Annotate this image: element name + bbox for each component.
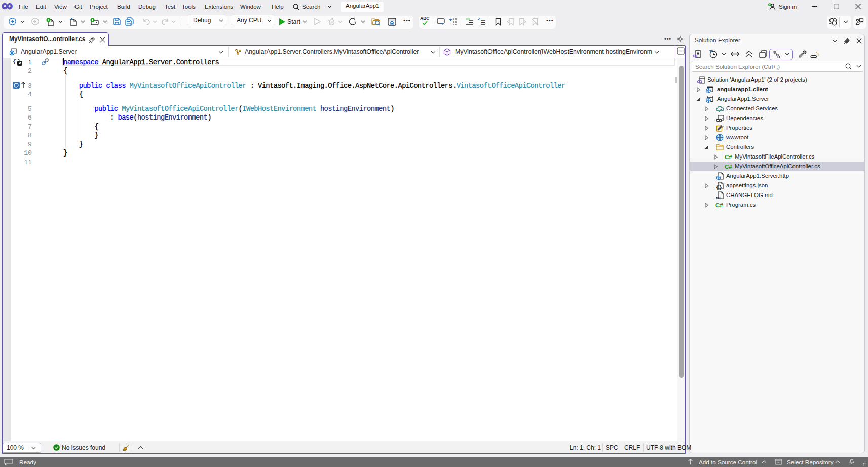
svg-text:M↓: M↓: [716, 196, 722, 200]
svg-text:{}: {}: [716, 185, 722, 190]
